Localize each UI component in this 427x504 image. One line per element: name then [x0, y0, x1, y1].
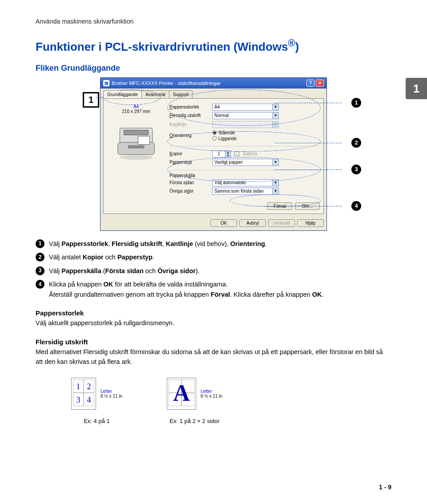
svg-text:A: A	[173, 380, 190, 406]
numbered-list: 1 Välj Pappersstorlek, Flersidig utskrif…	[36, 239, 391, 299]
dialog-title: Brother MFC-XXXXX Printer - utskriftsins…	[112, 81, 221, 86]
example-caption-2: Ex: 1 på 2 × 2 sidor	[169, 418, 219, 424]
label-forsta-sidan: Första sidan	[169, 180, 209, 185]
label-kopior: Kopior	[169, 151, 209, 156]
list-num-4: 4	[36, 280, 44, 289]
svg-point-4	[120, 155, 152, 160]
flersidig-body: Med alternativet Flersidig utskrift förm…	[36, 347, 391, 367]
satsvis-checkbox	[234, 151, 239, 156]
help-icon[interactable]: ?	[306, 80, 314, 87]
page-header: Använda maskinens skrivarfunktion	[36, 18, 391, 25]
section-number: 1	[406, 78, 427, 99]
close-icon[interactable]: ✕	[316, 80, 324, 87]
letter-label-2: Letter	[201, 389, 222, 394]
printer-icon: ▤	[103, 80, 109, 86]
svg-rect-1	[124, 130, 149, 135]
flersidig-head: Flersidig utskrift	[36, 338, 391, 346]
list-num-2: 2	[36, 253, 44, 262]
list-text-3: Välj Papperskälla (Första sïdan och Övri…	[49, 266, 200, 276]
callout-2: 2	[351, 138, 361, 148]
dialog-titlebar: ▤ Brother MFC-XXXXX Printer - utskriftsi…	[101, 78, 326, 89]
letter-label-1: Letter	[101, 389, 122, 394]
ellipse-2	[167, 131, 321, 152]
label-satsvis: Satsvis	[243, 151, 257, 156]
page-title: Funktioner i PCL-skrivardrivrutinen (Win…	[36, 37, 391, 54]
ok-button[interactable]: OK	[210, 219, 237, 227]
letter-dim-1: 8 ½ x 11 in	[101, 394, 122, 399]
svg-rect-5	[138, 136, 150, 144]
page-footer: 1 - 9	[379, 484, 391, 491]
print-settings-dialog: 1 ▤ Brother MFC-XXXXX Printer - utskrift…	[100, 77, 327, 231]
letter-dim-2: 8 ½ x 11 in	[201, 394, 222, 399]
label-ovriga-sidor: Övriga sidor	[169, 189, 209, 194]
pappersstorlek-body: Välj aktuellt pappersstorlek på rullgard…	[36, 319, 391, 328]
list-num-3: 3	[36, 266, 44, 275]
ovriga-sidor-dropdown[interactable]: Samma som första sidan▼	[212, 188, 279, 195]
printer-preview-image	[109, 120, 163, 165]
callout-3: 3	[351, 165, 361, 174]
verkstall-button: Verkställ	[268, 219, 295, 227]
callout-4: 4	[351, 201, 361, 211]
example-4-on-1: 1 2 3 4 Letter 8 ½ x 11 in Ex: 4 på 1	[71, 378, 122, 424]
avbryt-button[interactable]: Avbryt	[239, 219, 266, 227]
svg-text:3: 3	[77, 395, 81, 404]
ellipse-4	[230, 194, 321, 207]
pappersstorlek-head: Pappersstorlek	[36, 309, 391, 317]
example-1-on-2x2: A Letter 8 ½ x 11 in Ex: 1 på 2 × 2 sido…	[167, 378, 222, 424]
svg-text:1: 1	[77, 382, 81, 391]
preview-dim-label: 210 x 297 mm	[122, 109, 150, 114]
svg-text:4: 4	[87, 395, 91, 404]
list-text-2: Välj antalet Kopior och Papperstyp.	[49, 252, 154, 262]
ellipse-1	[167, 89, 321, 126]
list-num-1: 1	[36, 239, 44, 248]
callout-1: 1	[351, 98, 361, 108]
tab-grundlaggande[interactable]: Grundläggande	[103, 90, 142, 98]
example-caption-1: Ex: 4 på 1	[84, 418, 110, 424]
list-text-4: Klicka på knappen OK för att bekräfta de…	[49, 279, 323, 299]
preview-pane: A4 210 x 297 mm	[107, 102, 165, 210]
svg-text:2: 2	[87, 382, 91, 391]
page-subtitle: Fliken Grundläggande	[36, 64, 391, 73]
hjalp-button[interactable]: Hjälp	[297, 219, 324, 227]
svg-rect-3	[128, 145, 145, 148]
list-text-1: Välj Pappersstorlek, Flersidig utskrift,…	[49, 239, 267, 249]
left-callout-box: 1	[83, 92, 99, 108]
